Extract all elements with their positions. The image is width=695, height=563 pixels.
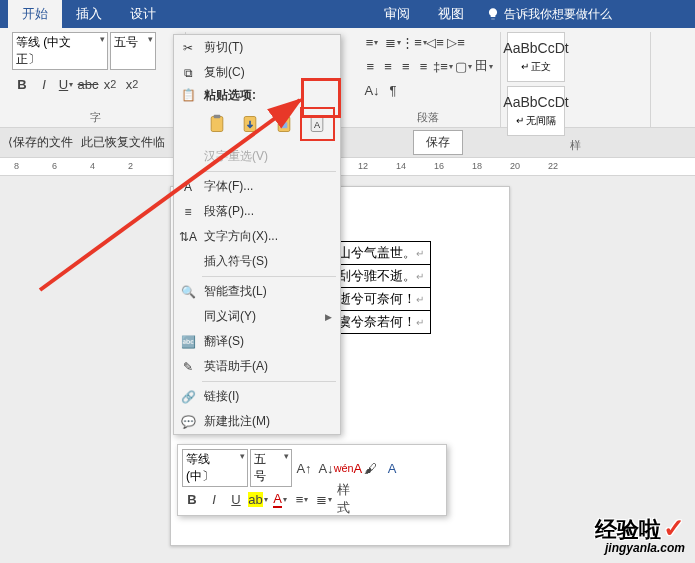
cm-new-comment[interactable]: 💬 新建批注(M) bbox=[174, 409, 340, 434]
cm-copy[interactable]: ⧉ 复制(C) bbox=[174, 60, 340, 85]
mini-styles[interactable]: 样式 bbox=[336, 489, 356, 509]
paste-picture[interactable] bbox=[269, 110, 299, 138]
ruler[interactable]: 8 6 4 2 12 14 16 18 20 22 bbox=[0, 158, 695, 176]
clipboard-picture-icon bbox=[274, 114, 294, 134]
mini-clear-format[interactable]: A bbox=[382, 458, 402, 478]
underline-button[interactable]: U▾ bbox=[56, 74, 76, 94]
unsaved-file-label: ⟨保存的文件 bbox=[8, 134, 73, 151]
tab-start[interactable]: 开始 bbox=[8, 0, 62, 28]
tab-design[interactable]: 设计 bbox=[116, 0, 170, 28]
watermark: 经验啦✓ jingyanla.com bbox=[595, 513, 685, 555]
cm-synonyms[interactable]: 同义词(Y) ▶ bbox=[174, 304, 340, 329]
cm-text-direction[interactable]: ⇅A 文字方向(X)... bbox=[174, 224, 340, 249]
subscript-button[interactable]: x2 bbox=[100, 74, 120, 94]
inc-indent-button[interactable]: ▷≡ bbox=[446, 32, 466, 52]
assist-icon: ✎ bbox=[180, 359, 196, 375]
mini-italic[interactable]: I bbox=[204, 489, 224, 509]
save-button[interactable]: 保存 bbox=[413, 130, 463, 155]
paste-text-only[interactable]: A bbox=[303, 110, 333, 138]
comment-icon: 💬 bbox=[180, 414, 196, 430]
chevron-right-icon: ▶ bbox=[325, 312, 332, 322]
sort-button[interactable]: A↓ bbox=[362, 80, 382, 100]
svg-rect-0 bbox=[211, 117, 223, 132]
table-row: 虞兮奈若何！↵ bbox=[332, 311, 431, 334]
numbering-button[interactable]: ≣▾ bbox=[383, 32, 403, 52]
cm-insert-symbol[interactable]: 插入符号(S) bbox=[174, 249, 340, 274]
link-icon: 🔗 bbox=[180, 389, 196, 405]
copy-icon: ⧉ bbox=[180, 65, 196, 81]
font-size-combo[interactable]: 五号 bbox=[110, 32, 156, 70]
cm-smart-lookup[interactable]: 🔍 智能查找(L) bbox=[174, 279, 340, 304]
clipboard-text-icon: A bbox=[307, 114, 327, 134]
context-menu: ✂ 剪切(T) ⧉ 复制(C) 📋 粘贴选项: A 汉字重选(V) A 字体(F… bbox=[173, 34, 341, 435]
bullets-button[interactable]: ≡▾ bbox=[362, 32, 382, 52]
translate-icon: 🔤 bbox=[180, 334, 196, 350]
mini-numbering[interactable]: ≣▾ bbox=[314, 489, 334, 509]
svg-rect-4 bbox=[280, 122, 287, 128]
mini-font-size[interactable]: 五号 bbox=[250, 449, 292, 487]
align-center-button[interactable]: ≡ bbox=[380, 56, 397, 76]
lightbulb-icon bbox=[486, 7, 500, 21]
style-no-spacing[interactable]: AaBbCcDt ↵ 无间隔 bbox=[507, 86, 565, 136]
justify-button[interactable]: ≡ bbox=[415, 56, 432, 76]
align-right-button[interactable]: ≡ bbox=[398, 56, 415, 76]
mini-bullets[interactable]: ≡▾ bbox=[292, 489, 312, 509]
bold-button[interactable]: B bbox=[12, 74, 32, 94]
paragraph-icon: ≡ bbox=[180, 204, 196, 220]
show-marks-button[interactable]: ¶ bbox=[383, 80, 403, 100]
cm-translate[interactable]: 🔤 翻译(S) bbox=[174, 329, 340, 354]
mini-underline[interactable]: U bbox=[226, 489, 246, 509]
superscript-button[interactable]: x2 bbox=[122, 74, 142, 94]
mini-highlight[interactable]: ab▾ bbox=[248, 489, 268, 509]
font-group-label: 字 bbox=[12, 108, 179, 125]
table-row: 逝兮可奈何！↵ bbox=[332, 288, 431, 311]
tab-insert[interactable]: 插入 bbox=[62, 0, 116, 28]
mini-phonetic[interactable]: wénA bbox=[338, 458, 358, 478]
styles-group-label: 样 bbox=[507, 136, 644, 153]
font-name-combo[interactable]: 等线 (中文正〕 bbox=[12, 32, 108, 70]
cm-english-assist[interactable]: ✎ 英语助手(A) bbox=[174, 354, 340, 379]
cm-paste-header: 📋 粘贴选项: bbox=[174, 85, 340, 106]
mini-font-color[interactable]: A▾ bbox=[270, 489, 290, 509]
mini-bold[interactable]: B bbox=[182, 489, 202, 509]
svg-rect-1 bbox=[213, 115, 220, 118]
magnify-icon: 🔍 bbox=[180, 284, 196, 300]
scissors-icon: ✂ bbox=[180, 40, 196, 56]
clipboard-brush-icon bbox=[207, 114, 227, 134]
line-spacing-button[interactable]: ‡≡▾ bbox=[433, 56, 453, 76]
mini-format-painter[interactable]: 🖌 bbox=[360, 458, 380, 478]
font-a-icon: A bbox=[180, 179, 196, 195]
table-row: 刮兮骓不逝。↵ bbox=[332, 265, 431, 288]
cm-paragraph[interactable]: ≡ 段落(P)... bbox=[174, 199, 340, 224]
clipboard-arrow-icon bbox=[240, 114, 260, 134]
align-left-button[interactable]: ≡ bbox=[362, 56, 379, 76]
mini-font-name[interactable]: 等线 (中〕 bbox=[182, 449, 248, 487]
borders-button[interactable]: 田▾ bbox=[474, 56, 494, 76]
dec-indent-button[interactable]: ◁≡ bbox=[425, 32, 445, 52]
svg-text:A: A bbox=[314, 120, 321, 130]
text-direction-icon: ⇅A bbox=[180, 229, 196, 245]
cm-link[interactable]: 🔗 链接(I) bbox=[174, 384, 340, 409]
style-normal[interactable]: AaBbCcDt ↵ 正文 bbox=[507, 32, 565, 82]
paragraph-group-label: 段落 bbox=[362, 108, 494, 125]
checkmark-icon: ✓ bbox=[663, 513, 685, 543]
strike-button[interactable]: abc bbox=[78, 74, 98, 94]
paste-merge[interactable] bbox=[236, 110, 266, 138]
cm-font[interactable]: A 字体(F)... bbox=[174, 174, 340, 199]
tell-me[interactable]: 告诉我你想要做什么 bbox=[486, 0, 612, 28]
shading-button[interactable]: ▢▾ bbox=[454, 56, 473, 76]
clipboard-icon: 📋 bbox=[180, 87, 196, 103]
cm-cut[interactable]: ✂ 剪切(T) bbox=[174, 35, 340, 60]
paste-keep-source[interactable] bbox=[202, 110, 232, 138]
multilevel-button[interactable]: ⋮≡▾ bbox=[404, 32, 424, 52]
tab-view[interactable]: 视图 bbox=[424, 0, 478, 28]
recovered-file-label: 此已恢复文件临 bbox=[81, 134, 165, 151]
cm-hanzi: 汉字重选(V) bbox=[174, 144, 340, 169]
tab-review[interactable]: 审阅 bbox=[370, 0, 424, 28]
document-table[interactable]: 山兮气盖世。↵ 刮兮骓不逝。↵ 逝兮可奈何！↵ 虞兮奈若何！↵ bbox=[331, 241, 431, 334]
mini-toolbar: 等线 (中〕 五号 A↑ A↓ wénA 🖌 A B I U ab▾ A▾ ≡▾… bbox=[177, 444, 447, 516]
italic-button[interactable]: I bbox=[34, 74, 54, 94]
mini-grow-font[interactable]: A↑ bbox=[294, 458, 314, 478]
table-row: 山兮气盖世。↵ bbox=[332, 242, 431, 265]
